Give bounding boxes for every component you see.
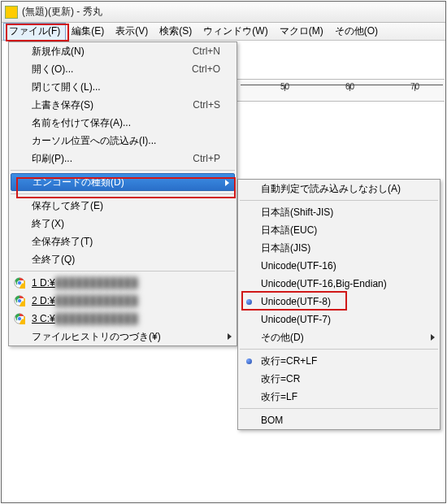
titlebar: (無題)(更新) - 秀丸 xyxy=(2,2,445,23)
separator xyxy=(240,408,438,409)
file-dropdown: 新規作成(N) Ctrl+N 開く(O)... Ctrl+O 閉じて開く(L).… xyxy=(8,41,237,346)
menu-search[interactable]: 検索(S) xyxy=(154,23,197,41)
file-exit-all[interactable]: 全終了(Q) xyxy=(9,250,237,268)
file-history-more[interactable]: ファイルヒストリのつづき(¥) xyxy=(9,328,237,345)
radio-selected-icon xyxy=(246,299,252,305)
separator xyxy=(240,349,438,350)
ruler-tick-70: 70 xyxy=(410,82,419,91)
separator xyxy=(11,170,235,171)
file-save[interactable]: 上書き保存(S) Ctrl+S xyxy=(9,96,237,114)
enc-other[interactable]: その他(D) xyxy=(238,328,440,346)
menubar: ファイル(F) 編集(E) 表示(V) 検索(S) ウィンドウ(W) マクロ(M… xyxy=(2,23,445,41)
separator xyxy=(11,271,235,272)
app-window: (無題)(更新) - 秀丸 ファイル(F) 編集(E) 表示(V) 検索(S) … xyxy=(1,1,446,503)
window-title: (無題)(更新) - 秀丸 xyxy=(22,5,102,19)
enc-euc[interactable]: 日本語(EUC) xyxy=(238,221,440,239)
menu-file[interactable]: ファイル(F) xyxy=(3,23,66,41)
svg-point-1 xyxy=(17,280,21,285)
enc-utf8[interactable]: Unicode(UTF-8) xyxy=(238,293,440,311)
enc-utf16[interactable]: Unicode(UTF-16) xyxy=(238,257,440,275)
enc-crlf[interactable]: 改行=CR+LF xyxy=(238,352,440,370)
enc-utf16be[interactable]: Unicode(UTF-16,Big-Endian) xyxy=(238,275,440,293)
encoding-submenu: 自動判定で読み込みしなおし(A) 日本語(Shift-JIS) 日本語(EUC)… xyxy=(237,179,440,430)
ruler-tick-60: 60 xyxy=(345,82,354,91)
svg-point-5 xyxy=(17,316,21,320)
enc-sjis[interactable]: 日本語(Shift-JIS) xyxy=(238,203,440,221)
file-encoding[interactable]: エンコードの種類(D) xyxy=(11,173,235,191)
file-close-open[interactable]: 閉じて開く(L)... xyxy=(9,78,237,96)
menu-view[interactable]: 表示(V) xyxy=(110,23,154,41)
ruler-tick-50: 50 xyxy=(280,82,289,91)
file-recent-3[interactable]: 3 C:¥████████████ xyxy=(9,310,237,328)
chrome-icon xyxy=(14,295,25,306)
submenu-arrow-icon xyxy=(228,333,232,340)
file-load-cursor[interactable]: カーソル位置への読込み(I)... xyxy=(9,132,237,150)
menu-window[interactable]: ウィンドウ(W) xyxy=(197,23,273,41)
submenu-arrow-icon xyxy=(225,180,229,186)
separator xyxy=(11,193,235,194)
submenu-arrow-icon xyxy=(431,334,435,341)
radio-selected-icon xyxy=(246,358,252,364)
file-save-as[interactable]: 名前を付けて保存(A)... xyxy=(9,114,237,132)
file-print[interactable]: 印刷(P)... Ctrl+P xyxy=(9,150,237,167)
file-save-exit[interactable]: 保存して終了(E) xyxy=(9,197,237,215)
svg-point-3 xyxy=(17,298,21,302)
chrome-icon xyxy=(14,313,25,324)
file-new[interactable]: 新規作成(N) Ctrl+N xyxy=(9,42,237,60)
menu-macro[interactable]: マクロ(M) xyxy=(274,23,329,41)
file-exit[interactable]: 終了(X) xyxy=(9,215,237,232)
enc-cr[interactable]: 改行=CR xyxy=(238,370,440,388)
app-icon xyxy=(5,6,18,19)
enc-utf7[interactable]: Unicode(UTF-7) xyxy=(238,311,440,328)
menu-edit[interactable]: 編集(E) xyxy=(66,23,110,41)
enc-bom[interactable]: BOM xyxy=(238,411,440,429)
enc-lf[interactable]: 改行=LF xyxy=(238,388,440,406)
file-recent-1[interactable]: 1 D:¥████████████ xyxy=(9,274,237,292)
separator xyxy=(240,200,438,201)
file-save-all-exit[interactable]: 全保存終了(T) xyxy=(9,232,237,250)
file-recent-2[interactable]: 2 D:¥████████████ xyxy=(9,292,237,310)
chrome-icon xyxy=(14,277,25,289)
enc-jis[interactable]: 日本語(JIS) xyxy=(238,239,440,257)
menu-other[interactable]: その他(O) xyxy=(329,23,384,41)
file-open[interactable]: 開く(O)... Ctrl+O xyxy=(9,60,237,78)
enc-auto[interactable]: 自動判定で読み込みしなおし(A) xyxy=(238,180,440,198)
ruler: 50 60 70 xyxy=(237,79,445,102)
